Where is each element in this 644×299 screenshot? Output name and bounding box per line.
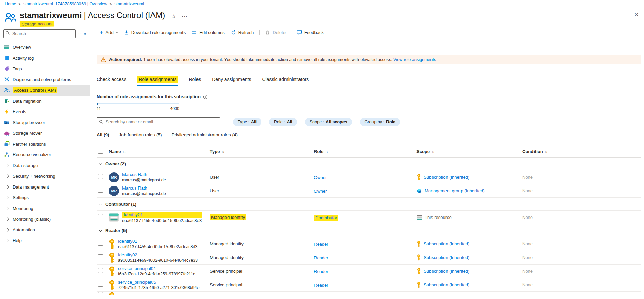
sidebar-group-security-networking[interactable]: Security + networking [0, 171, 90, 182]
tab-classic-administrators[interactable]: Classic administrators [262, 77, 309, 86]
sidebar-group-monitoring[interactable]: Monitoring [0, 203, 90, 214]
add-button[interactable]: + Add [97, 27, 121, 38]
sidebar-group-automation[interactable]: Automation [0, 225, 90, 236]
table-row[interactable]: MR Marcus Rath marcus@matrixpost.de User… [97, 170, 641, 184]
close-blade-icon[interactable]: ✕ [634, 12, 639, 18]
row-checkbox[interactable] [98, 268, 103, 273]
column-scope[interactable]: Scope [416, 149, 430, 154]
scope-link[interactable]: Subscription (Inherited) [424, 241, 469, 246]
condition-value: None [522, 269, 641, 274]
sidebar-item-resource-visualizer[interactable]: Resource visualizer [0, 149, 90, 160]
sidebar-group-settings[interactable]: Settings [0, 192, 90, 203]
table-row[interactable]: service_principal01 f6b3d7ea-12a9-4efd-a… [97, 265, 641, 278]
role-link[interactable]: Contributor [314, 215, 338, 221]
principal-type: User [210, 188, 314, 193]
sidebar-search-input[interactable] [3, 29, 76, 38]
role-link[interactable]: Reader [314, 242, 328, 247]
breadcrumb-home[interactable]: Home [5, 2, 16, 6]
principal-name-link[interactable]: service_principal01 [118, 266, 195, 271]
tab-deny-assignments[interactable]: Deny assignments [212, 77, 251, 86]
download-role-assignments-button[interactable]: Download role assignments [121, 27, 189, 38]
tab-roles[interactable]: Roles [189, 77, 201, 86]
breadcrumb-overview[interactable]: stamatrixweumi_1748785983069 | Overview [23, 2, 107, 6]
tab-check-access[interactable]: Check access [97, 77, 126, 86]
scope-link[interactable]: Subscription (Inherited) [424, 282, 469, 287]
scope-link[interactable]: Subscription (Inherited) [424, 175, 469, 180]
role-link[interactable]: Reader [314, 269, 328, 274]
subtab-privileged-admin-roles[interactable]: Privileged administrator roles (4) [172, 132, 238, 140]
collapse-sidebar-icon[interactable]: « [83, 31, 87, 36]
scope-link[interactable]: Management group (Inherited) [425, 188, 485, 193]
sidebar-item-diagnose[interactable]: Diagnose and solve problems [0, 74, 90, 85]
favorite-star-icon[interactable]: ☆ [171, 13, 176, 19]
principal-name-link[interactable]: Identity01 [118, 239, 197, 244]
group-header-contributor[interactable]: Contributor (1) [97, 198, 641, 211]
role-link[interactable]: Reader [314, 255, 328, 260]
identity-key-icon [109, 253, 115, 263]
scope-link[interactable]: Subscription (Inherited) [424, 269, 469, 274]
principal-name-link[interactable]: service_principal06 [118, 294, 156, 295]
role-link[interactable]: Owner [314, 175, 327, 180]
delete-button[interactable]: Delete [262, 27, 289, 38]
subtab-job-function-roles[interactable]: Job function roles (5) [119, 132, 162, 140]
filter-pill-scope[interactable]: Scope :All scopes [305, 118, 352, 126]
info-icon[interactable] [203, 94, 208, 99]
principal-name-link[interactable]: Marcus Rath [122, 185, 166, 191]
principal-name-link[interactable]: service_principal05 [118, 280, 199, 285]
row-checkbox[interactable] [98, 174, 103, 179]
breadcrumb-current[interactable]: stamatrixweumi [114, 2, 144, 6]
filter-pill-type[interactable]: Type :All [233, 118, 261, 126]
table-row[interactable]: Identity01 eaa61137-f455-4ed0-be15-8be2a… [97, 237, 641, 251]
more-options-icon[interactable]: ⋯ [182, 13, 187, 19]
role-link[interactable]: Owner [314, 189, 327, 194]
sidebar-group-monitoring-classic[interactable]: Monitoring (classic) [0, 214, 90, 225]
select-all-checkbox[interactable] [98, 149, 103, 154]
tab-role-assignments[interactable]: Role assignments [137, 77, 178, 86]
principal-name-link[interactable]: Identity01 [122, 212, 202, 218]
principal-name-link[interactable]: Marcus Rath [122, 172, 166, 177]
table-row[interactable]: Identity01 eaa61137-f455-4ed0-be15-8be2a… [97, 211, 641, 224]
table-row[interactable]: MR Marcus Rath marcus@matrixpost.de User… [97, 184, 641, 198]
subtab-all[interactable]: All (9) [97, 132, 109, 140]
sidebar-item-events[interactable]: Events [0, 106, 90, 117]
table-row[interactable]: service_principal06 [97, 292, 641, 295]
sidebar-item-storage-browser[interactable]: Storage browser [0, 117, 90, 128]
row-checkbox[interactable] [98, 254, 103, 259]
row-checkbox[interactable] [98, 188, 103, 193]
refresh-button[interactable]: Refresh [228, 27, 257, 38]
filter-pill-role[interactable]: Role :All [269, 118, 297, 126]
group-header-owner[interactable]: Owner (2) [97, 158, 641, 170]
sidebar-item-label: Storage browser [13, 120, 45, 125]
column-type[interactable]: Type [210, 149, 220, 154]
sidebar-item-partner-solutions[interactable]: Partner solutions [0, 139, 90, 150]
view-role-assignments-link[interactable]: View role assignments [393, 57, 436, 62]
column-role[interactable]: Role [314, 149, 323, 154]
sidebar-item-access-control[interactable]: Access Control (IAM) [0, 85, 90, 96]
sidebar-group-data-storage[interactable]: Data storage [0, 160, 90, 171]
identity-key-icon [109, 239, 115, 249]
column-name[interactable]: Name [109, 149, 121, 154]
group-header-reader[interactable]: Reader (5) [97, 224, 641, 237]
sidebar-item-activity-log[interactable]: Activity log [0, 53, 90, 64]
edit-columns-button[interactable]: Edit columns [189, 27, 228, 38]
scope-link[interactable]: Subscription (Inherited) [424, 255, 469, 260]
assignment-search-input[interactable] [97, 117, 220, 126]
column-condition[interactable]: Condition [522, 149, 543, 154]
sidebar-group-help[interactable]: Help [0, 235, 90, 246]
table-row[interactable]: Identity02 a9003511-fe69-4602-9610-64e46… [97, 251, 641, 265]
sidebar-item-storage-mover[interactable]: Storage Mover [0, 128, 90, 139]
sidebar-item-tags[interactable]: Tags [0, 63, 90, 74]
row-checkbox[interactable] [98, 214, 103, 219]
sidebar-item-data-migration[interactable]: Data migration [0, 96, 90, 107]
subscription-key-icon [416, 254, 421, 261]
sidebar-group-data-management[interactable]: Data management [0, 182, 90, 193]
sidebar-item-overview[interactable]: Overview [0, 42, 90, 53]
row-checkbox[interactable] [98, 241, 103, 246]
table-row[interactable]: service_principal05 724571d1-1735-4650-a… [97, 278, 641, 292]
principal-name-link[interactable]: Identity02 [118, 252, 198, 258]
feedback-button[interactable]: Feedback [294, 27, 327, 38]
row-checkbox[interactable] [98, 282, 103, 287]
filter-pill-group-by[interactable]: Group by :Role [360, 118, 400, 126]
row-checkbox[interactable] [98, 292, 103, 295]
role-link[interactable]: Reader [314, 283, 328, 288]
